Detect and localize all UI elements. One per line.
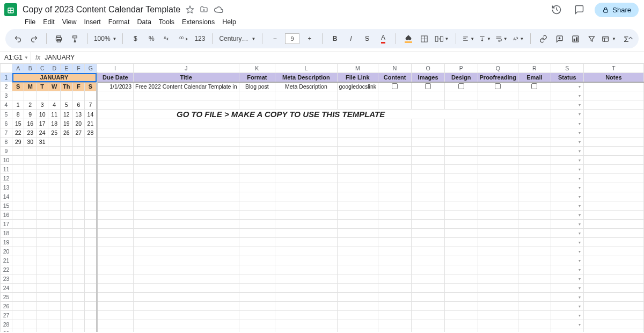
status-cell[interactable]: ▾ — [551, 100, 583, 110]
cell[interactable] — [85, 238, 97, 247]
cell[interactable] — [583, 311, 643, 320]
cell[interactable] — [275, 265, 337, 274]
cell[interactable] — [518, 293, 551, 302]
cell[interactable] — [337, 329, 378, 332]
cell[interactable] — [444, 320, 478, 329]
cell[interactable] — [36, 311, 48, 320]
calendar-cell[interactable]: 18 — [48, 119, 60, 128]
cell[interactable] — [134, 265, 239, 274]
cell[interactable] — [97, 265, 133, 274]
cell[interactable] — [275, 274, 337, 284]
cell[interactable] — [60, 183, 72, 192]
status-cell[interactable]: ▾ — [551, 156, 583, 165]
cell[interactable] — [337, 256, 378, 265]
cell[interactable] — [48, 183, 60, 192]
cell[interactable] — [275, 284, 337, 293]
row-header[interactable]: 27 — [1, 311, 12, 320]
calendar-cell[interactable]: 20 — [72, 119, 84, 128]
status-cell[interactable]: ▾ — [551, 247, 583, 256]
calendar-cell[interactable]: 10 — [36, 110, 48, 119]
cell[interactable] — [48, 192, 60, 201]
cell[interactable] — [97, 147, 133, 156]
cell[interactable] — [378, 183, 412, 192]
calendar-cell[interactable]: 16 — [24, 119, 36, 128]
cell[interactable] — [518, 91, 551, 100]
calendar-cell[interactable] — [36, 91, 48, 100]
cell[interactable] — [85, 229, 97, 238]
cell[interactable] — [134, 274, 239, 284]
cell[interactable] — [97, 274, 133, 284]
cell[interactable] — [378, 201, 412, 211]
cell[interactable] — [134, 156, 239, 165]
col-header[interactable]: R — [518, 64, 551, 73]
cell[interactable] — [583, 329, 643, 332]
print-button[interactable] — [53, 32, 65, 45]
chevron-down-icon[interactable]: ▾ — [579, 149, 582, 154]
font-size-input[interactable]: 9 — [285, 33, 299, 44]
calendar-cell[interactable] — [60, 137, 72, 147]
cell[interactable] — [478, 293, 518, 302]
cell[interactable] — [24, 211, 36, 220]
cell[interactable] — [275, 119, 337, 128]
cell[interactable] — [239, 119, 275, 128]
cell[interactable] — [478, 256, 518, 265]
cell[interactable] — [97, 284, 133, 293]
cell[interactable] — [72, 220, 84, 229]
cell[interactable] — [444, 165, 478, 174]
calendar-cell[interactable]: 15 — [12, 119, 24, 128]
cell[interactable] — [36, 220, 48, 229]
checkbox-cell[interactable] — [518, 82, 551, 91]
cell[interactable] — [478, 238, 518, 247]
cell[interactable] — [134, 256, 239, 265]
cell[interactable] — [275, 256, 337, 265]
cell[interactable] — [239, 100, 275, 110]
cell[interactable] — [36, 156, 48, 165]
cell[interactable] — [518, 211, 551, 220]
row-header[interactable]: 24 — [1, 284, 12, 293]
cell[interactable] — [337, 183, 378, 192]
row-header[interactable]: 16 — [1, 211, 12, 220]
chevron-down-icon[interactable]: ▾ — [579, 213, 582, 218]
cell[interactable] — [518, 256, 551, 265]
cell[interactable] — [337, 156, 378, 165]
fill-color-button[interactable] — [402, 32, 414, 45]
calendar-cell[interactable]: 27 — [72, 128, 84, 137]
cell[interactable] — [48, 238, 60, 247]
status-cell[interactable]: ▾ — [551, 238, 583, 247]
calendar-cell[interactable]: 24 — [36, 128, 48, 137]
cell[interactable] — [36, 192, 48, 201]
row-header[interactable]: 21 — [1, 256, 12, 265]
menu-data[interactable]: Data — [137, 18, 151, 26]
status-cell[interactable]: ▾ — [551, 302, 583, 311]
cell[interactable] — [583, 220, 643, 229]
table-header[interactable]: Content — [378, 73, 412, 82]
calendar-cell[interactable]: 5 — [60, 100, 72, 110]
cell[interactable] — [378, 128, 412, 137]
cell[interactable] — [518, 192, 551, 201]
cell[interactable] — [337, 229, 378, 238]
rotate-button[interactable]: A▼ — [512, 32, 524, 45]
cell[interactable] — [337, 274, 378, 284]
cell[interactable] — [134, 293, 239, 302]
cell[interactable] — [518, 265, 551, 274]
row-header[interactable]: 10 — [1, 156, 12, 165]
cell[interactable] — [583, 128, 643, 137]
cell[interactable] — [48, 229, 60, 238]
calendar-cell[interactable] — [85, 91, 97, 100]
cell[interactable] — [337, 302, 378, 311]
status-cell[interactable]: ▾ — [551, 192, 583, 201]
table-header[interactable]: Title — [134, 73, 239, 82]
cell[interactable] — [36, 329, 48, 332]
cell[interactable] — [72, 192, 84, 201]
cell[interactable] — [444, 100, 478, 110]
cell[interactable] — [12, 183, 24, 192]
cell[interactable] — [378, 91, 412, 100]
cell[interactable] — [85, 183, 97, 192]
cell[interactable] — [275, 156, 337, 165]
cell[interactable] — [36, 147, 48, 156]
cell[interactable] — [60, 165, 72, 174]
calendar-cell[interactable]: 28 — [85, 128, 97, 137]
cell[interactable] — [444, 284, 478, 293]
chevron-down-icon[interactable]: ▾ — [579, 322, 582, 327]
cell[interactable] — [378, 119, 412, 128]
